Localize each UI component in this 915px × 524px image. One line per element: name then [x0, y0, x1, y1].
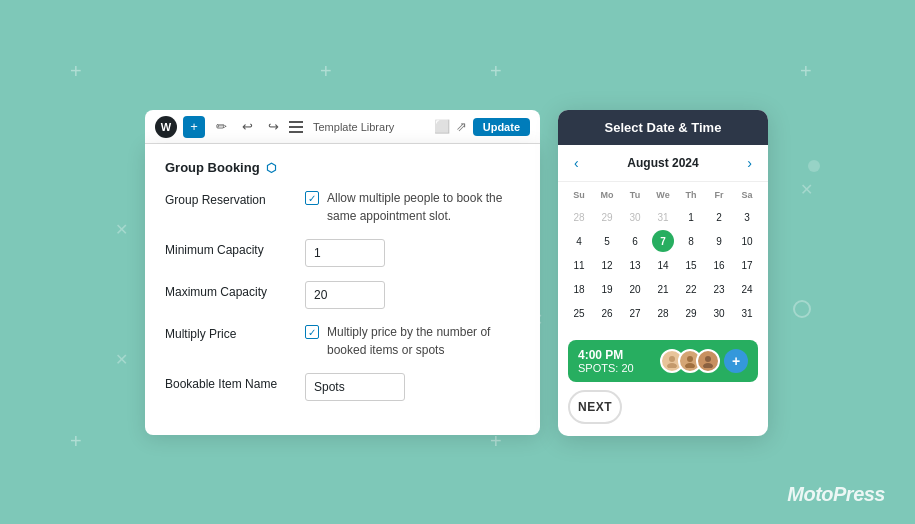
svg-point-3 — [685, 363, 695, 368]
deco-plus-4: + — [800, 60, 812, 83]
next-button[interactable]: NEXT — [568, 390, 622, 424]
svg-point-1 — [667, 363, 677, 368]
time-slot[interactable]: 4:00 PM SPOTS: 20 + — [568, 340, 758, 382]
redo-icon[interactable]: ↪ — [263, 117, 283, 137]
calendar-day[interactable]: 8 — [680, 230, 702, 252]
calendar-day[interactable]: 23 — [708, 278, 730, 300]
calendar-day[interactable]: 1 — [680, 206, 702, 228]
cal-hdr-mo: Mo — [594, 188, 620, 202]
calendar-day[interactable]: 12 — [596, 254, 618, 276]
deco-circle-outline-1 — [793, 300, 811, 318]
time-slot-time: 4:00 PM — [578, 348, 634, 362]
calendar-day[interactable]: 5 — [596, 230, 618, 252]
panel-title-text: Group Booking — [165, 160, 260, 175]
max-capacity-input[interactable] — [305, 281, 385, 309]
undo-icon[interactable]: ↩ — [237, 117, 257, 137]
min-capacity-control — [305, 239, 520, 267]
min-capacity-input[interactable] — [305, 239, 385, 267]
multiply-price-label: Multiply Price — [165, 323, 295, 341]
avatar-3 — [696, 349, 720, 373]
edit-icon[interactable]: ✏ — [211, 117, 231, 137]
calendar-day[interactable]: 22 — [680, 278, 702, 300]
calendar-day[interactable]: 31 — [736, 302, 758, 324]
max-capacity-control — [305, 281, 520, 309]
min-capacity-label: Minimum Capacity — [165, 239, 295, 257]
min-capacity-row: Minimum Capacity — [165, 239, 520, 267]
calendar-day[interactable]: 10 — [736, 230, 758, 252]
add-button[interactable]: + — [183, 116, 205, 138]
cal-prev-btn[interactable]: ‹ — [570, 153, 583, 173]
calendar-day[interactable]: 29 — [680, 302, 702, 324]
group-reservation-row: Group Reservation Allow multiple people … — [165, 189, 520, 225]
avatar-add-btn[interactable]: + — [724, 349, 748, 373]
calendar-day[interactable]: 26 — [596, 302, 618, 324]
calendar-day[interactable]: 14 — [652, 254, 674, 276]
window-icon-2[interactable]: ⇗ — [456, 119, 467, 134]
cal-day-headers: Su Mo Tu We Th Fr Sa — [566, 188, 760, 202]
cal-month-label: August 2024 — [627, 156, 698, 170]
bookable-item-input[interactable] — [305, 373, 405, 401]
multiply-price-text: Multiply price by the number of booked i… — [327, 323, 520, 359]
svg-point-5 — [703, 363, 713, 368]
deco-x-1: ✕ — [115, 220, 128, 239]
hamburger-icon[interactable] — [289, 121, 303, 133]
calendar-panel: Select Date & Time ‹ August 2024 › Su Mo… — [558, 110, 768, 436]
calendar-day[interactable]: 28 — [568, 206, 590, 228]
bookable-item-control — [305, 373, 520, 401]
calendar-day[interactable]: 28 — [652, 302, 674, 324]
multiply-price-control: Multiply price by the number of booked i… — [305, 323, 520, 359]
deco-plus-2: + — [320, 60, 332, 83]
deco-plus-3: + — [490, 60, 502, 83]
calendar-day[interactable]: 11 — [568, 254, 590, 276]
calendar-nav: ‹ August 2024 › — [558, 145, 768, 182]
multiply-price-checkbox-row: Multiply price by the number of booked i… — [305, 323, 520, 359]
calendar-day[interactable]: 2 — [708, 206, 730, 228]
deco-circle-1 — [808, 160, 820, 172]
calendar-day[interactable]: 20 — [624, 278, 646, 300]
calendar-day[interactable]: 13 — [624, 254, 646, 276]
calendar-day[interactable]: 24 — [736, 278, 758, 300]
window-controls: ⬜ ⇗ — [434, 119, 467, 134]
calendar-day[interactable]: 31 — [652, 206, 674, 228]
calendar-day[interactable]: 17 — [736, 254, 758, 276]
calendar-day[interactable]: 6 — [624, 230, 646, 252]
cal-next-btn[interactable]: › — [743, 153, 756, 173]
calendar-day[interactable]: 16 — [708, 254, 730, 276]
calendar-day[interactable]: 27 — [624, 302, 646, 324]
bookable-item-label: Bookable Item Name — [165, 373, 295, 391]
bookable-item-row: Bookable Item Name — [165, 373, 520, 401]
calendar-day[interactable]: 3 — [736, 206, 758, 228]
wp-logo: W — [155, 116, 177, 138]
calendar-day[interactable]: 4 — [568, 230, 590, 252]
update-button[interactable]: Update — [473, 118, 530, 136]
calendar-day[interactable]: 30 — [624, 206, 646, 228]
multiply-price-checkbox[interactable] — [305, 325, 319, 339]
template-library-label: Template Library — [313, 121, 428, 133]
window-icon-1[interactable]: ⬜ — [434, 119, 450, 134]
time-slot-spots: SPOTS: 20 — [578, 362, 634, 374]
group-reservation-checkbox[interactable] — [305, 191, 319, 205]
calendar-day[interactable]: 25 — [568, 302, 590, 324]
calendar-grid: Su Mo Tu We Th Fr Sa 2829303112345678910… — [558, 182, 768, 332]
max-capacity-row: Maximum Capacity — [165, 281, 520, 309]
calendar-day[interactable]: 15 — [680, 254, 702, 276]
panel-title-icon: ⬡ — [266, 161, 276, 175]
calendar-day[interactable]: 18 — [568, 278, 590, 300]
svg-point-2 — [687, 356, 693, 362]
cal-hdr-su: Su — [566, 188, 592, 202]
brand-text: MotoPress — [787, 483, 885, 506]
calendar-day[interactable]: 30 — [708, 302, 730, 324]
calendar-day[interactable]: 29 — [596, 206, 618, 228]
deco-plus-1: + — [70, 60, 82, 83]
calendar-day[interactable]: 9 — [708, 230, 730, 252]
calendar-day[interactable]: 21 — [652, 278, 674, 300]
wp-admin-bar: W + ✏ ↩ ↪ Template Library ⬜ ⇗ Update — [145, 110, 540, 144]
group-reservation-label: Group Reservation — [165, 189, 295, 207]
calendar-day[interactable]: 7 — [652, 230, 674, 252]
form-panel: Group Booking ⬡ Group Reservation Allow … — [145, 144, 540, 435]
multiply-price-row: Multiply Price Multiply price by the num… — [165, 323, 520, 359]
calendar-day[interactable]: 19 — [596, 278, 618, 300]
deco-x-2: ✕ — [115, 350, 128, 369]
cal-hdr-th: Th — [678, 188, 704, 202]
avatar-group: + — [660, 349, 748, 373]
